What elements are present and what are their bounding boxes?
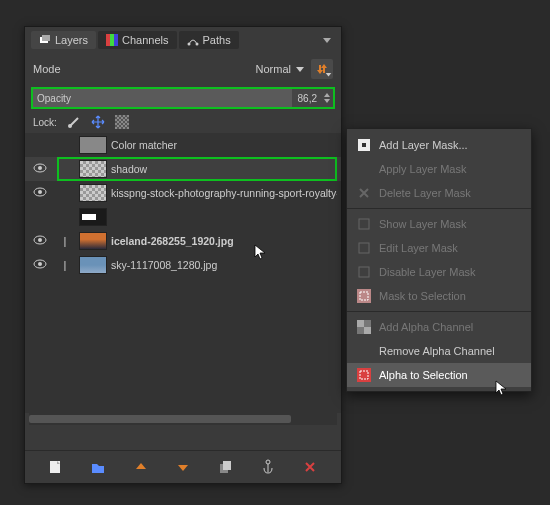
mode-switch-button[interactable] [311,59,333,79]
anchor-layer-icon[interactable] [260,459,276,475]
menu-item-label: Show Layer Mask [379,218,466,230]
eye-icon [33,187,47,197]
eye-icon [33,235,47,245]
menu-item-label: Edit Layer Mask [379,242,458,254]
visibility-toggle[interactable] [29,187,51,199]
tab-label: Channels [122,34,168,46]
svg-rect-4 [114,34,118,46]
menu-item: Show Layer Mask [347,212,531,236]
layer-row[interactable]: Color matcher [25,133,341,157]
svg-point-19 [38,166,42,170]
context-menu: Add Layer Mask...Apply Layer MaskDelete … [346,128,532,392]
tab-paths[interactable]: Paths [179,31,239,49]
svg-marker-10 [324,93,330,97]
opacity-fill [33,89,292,107]
menu-item-label: Delete Layer Mask [379,187,471,199]
menu-item: Apply Layer Mask [347,157,531,181]
tab-layers[interactable]: Layers [31,31,96,49]
new-layer-icon[interactable] [48,459,64,475]
svg-marker-11 [324,99,330,103]
mode-value: Normal [256,63,291,75]
svg-marker-28 [136,463,146,469]
menu-separator [347,208,531,209]
layer-row[interactable]: |sky-1117008_1280.jpg [25,253,341,277]
eye-icon [33,163,47,173]
lower-layer-icon[interactable] [175,459,191,475]
svg-rect-41 [357,320,364,327]
link-toggle[interactable]: | [55,235,75,247]
mask-add-icon [357,138,371,152]
panel-menu-icon[interactable] [319,35,335,45]
svg-rect-1 [42,35,50,41]
link-toggle[interactable]: | [55,259,75,271]
menu-item: Delete Layer Mask [347,181,531,205]
opacity-label: Opacity [33,93,71,104]
paths-icon [187,34,199,46]
svg-rect-3 [110,34,114,46]
menu-item[interactable]: Remove Alpha Channel [347,339,531,363]
channels-icon [106,34,118,46]
menu-item-label: Disable Layer Mask [379,266,476,278]
tabs-row: Layers Channels Paths [25,27,341,53]
mode-row: Mode Normal [25,53,341,85]
layer-name[interactable]: kisspng-stock-photography-running-sport-… [111,187,337,199]
new-group-icon[interactable] [90,459,106,475]
layers-panel: Layers Channels Paths Mode Normal [24,26,342,484]
svg-rect-35 [359,219,369,229]
layer-row[interactable]: kisspng-stock-photography-running-sport-… [25,181,341,205]
alpha-sel-icon [357,368,371,382]
menu-separator [347,311,531,312]
check-icon [357,241,371,255]
svg-point-6 [195,43,198,46]
mode-label: Mode [33,63,61,75]
svg-point-25 [38,262,42,266]
layer-row[interactable]: shadow [25,157,341,181]
mask-sel-icon [357,289,371,303]
visibility-toggle[interactable] [29,235,51,247]
layer-thumbnail [79,208,107,226]
svg-point-32 [266,460,270,464]
mode-select[interactable]: Normal [256,63,305,75]
tab-channels[interactable]: Channels [98,31,176,49]
menu-item-label: Alpha to Selection [379,369,468,381]
horizontal-scrollbar[interactable] [29,413,337,425]
svg-rect-43 [357,368,371,382]
layer-name[interactable]: iceland-268255_1920.jpg [111,235,337,247]
menu-item: Add Alpha Channel [347,315,531,339]
layer-name[interactable]: Color matcher [111,139,337,151]
scroll-thumb[interactable] [29,415,291,423]
raise-layer-icon[interactable] [133,459,149,475]
brush-lock-icon[interactable] [67,115,81,129]
bottom-toolbar [25,450,341,483]
svg-rect-42 [364,327,371,334]
arrow-down-icon[interactable] [323,98,331,104]
delete-layer-icon[interactable] [302,459,318,475]
svg-marker-9 [326,73,332,77]
layer-name[interactable]: sky-1117008_1280.jpg [111,259,337,271]
opacity-slider[interactable]: Opacity 86,2 [31,87,335,109]
move-lock-icon[interactable] [91,115,105,129]
alpha-add-icon [357,320,371,334]
menu-item[interactable]: Add Layer Mask... [347,133,531,157]
menu-item: Mask to Selection [347,284,531,308]
menu-item-label: Mask to Selection [379,290,466,302]
svg-point-12 [68,124,72,128]
svg-marker-29 [178,465,188,471]
tab-label: Layers [55,34,88,46]
visibility-toggle[interactable] [29,163,51,175]
duplicate-layer-icon[interactable] [217,459,233,475]
layer-row[interactable] [25,205,341,229]
layer-thumbnail [79,160,107,178]
layer-row[interactable]: |iceland-268255_1920.jpg [25,229,341,253]
alpha-lock-icon[interactable] [115,115,129,129]
svg-rect-34 [362,143,366,147]
layers-list: Color matchershadowkisspng-stock-photogr… [25,133,341,413]
svg-rect-37 [359,267,369,277]
layer-thumbnail [79,136,107,154]
layer-thumbnail [79,256,107,274]
visibility-toggle[interactable] [29,259,51,271]
menu-item[interactable]: Alpha to Selection [347,363,531,387]
svg-point-21 [38,190,42,194]
menu-item-label: Add Alpha Channel [379,321,473,333]
layer-name[interactable]: shadow [111,163,337,175]
